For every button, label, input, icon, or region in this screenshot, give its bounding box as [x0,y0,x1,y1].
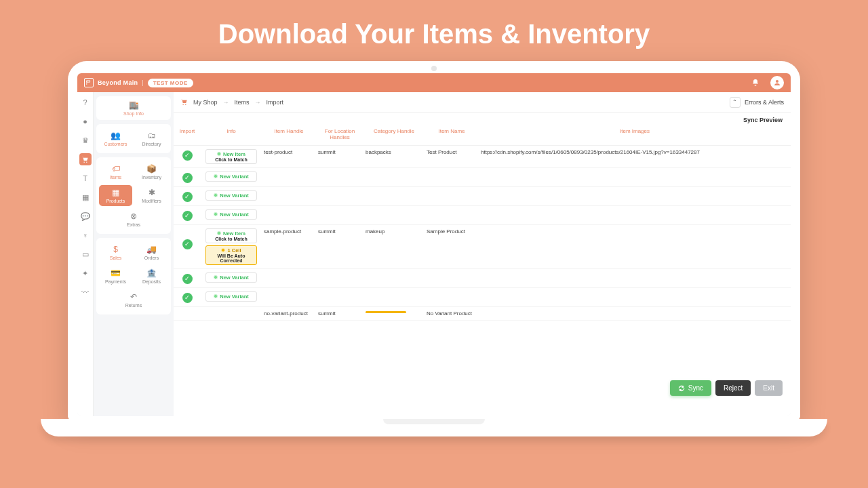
action-footer: Sync Reject Exit [670,380,783,396]
check-icon[interactable]: ✓ [182,173,193,183]
check-icon[interactable]: ✓ [182,239,193,249]
bank-icon: 🏦 [146,268,157,278]
new-item-pill[interactable]: New Item Click to Match [205,149,257,164]
subnav-sales[interactable]: $Sales [99,242,132,263]
subnav-payments[interactable]: 💳Payments [99,266,132,287]
rail-globe-icon[interactable]: ● [79,115,92,127]
crumb-import: Import [267,99,284,106]
refresh-icon [678,385,685,392]
cell-handle: test-product [262,149,316,155]
pill-tag: New Item [209,230,254,237]
new-variant-pill[interactable]: New Variant [205,190,257,201]
new-variant-pill[interactable]: New Variant [205,291,257,302]
dollar-icon: $ [113,245,118,254]
cell-name: Test Product [425,149,479,155]
subnav-modifiers[interactable]: ✱Modifiers [135,185,168,206]
subnav-label: Payments [105,279,126,284]
logo-icon [84,78,94,87]
new-variant-pill[interactable]: New Variant [205,171,257,182]
table-row: no-variant-product summit No Variant Pro… [174,307,791,321]
nav-rail: ? ● ♛ T ▦ 💬 ♀ ▭ ✦ 〰 [77,92,94,416]
main-panel: My Shop → Items → Import ⌃ Errors & Aler… [174,92,791,416]
rail-calendar-icon[interactable]: ▦ [79,191,92,203]
subnav-label: Returns [125,303,142,308]
box-icon: 📦 [146,164,157,174]
rail-analytics-icon[interactable]: 〰 [79,286,92,298]
cell-category: makeup [363,228,425,235]
rail-crown-icon[interactable]: ♛ [79,134,92,146]
check-icon[interactable]: ✓ [182,293,193,303]
svg-point-2 [86,161,87,162]
svg-point-3 [182,104,183,104]
bell-icon[interactable] [749,76,762,89]
sync-button[interactable]: Sync [670,380,711,396]
check-icon[interactable]: ✓ [182,192,193,202]
table-row: ✓ New Variant [174,187,791,206]
laptop-base [41,419,827,436]
subnav-orders[interactable]: 🚚Orders [135,242,168,263]
circle-x-icon: ⊗ [130,211,137,221]
pill-tag: 1 Cell [209,247,254,253]
svg-point-4 [185,104,186,104]
pill-tag: New Variant [209,274,254,281]
subnav-items[interactable]: 🏷Items [99,161,132,182]
card-icon: 💳 [111,268,121,278]
subnav-customers[interactable]: 👥Customers [99,128,132,149]
folder-icon: 🗂 [148,131,156,140]
subnav-extras[interactable]: ⊗Extras [99,209,168,230]
rail-cart-icon[interactable] [79,153,92,165]
tag-icon: 🏷 [112,164,120,174]
sync-preview-label: Sync Preview [174,113,791,125]
errors-alerts-label[interactable]: Errors & Alerts [745,99,784,106]
pill-tag: New Variant [209,293,254,300]
subnav-inventory[interactable]: 📦Inventory [135,161,168,182]
crumb-items[interactable]: Items [235,99,250,106]
rail-chat-icon[interactable]: 💬 [79,210,92,222]
rail-card-icon[interactable]: ▭ [79,248,92,260]
check-icon[interactable]: ✓ [182,150,193,161]
table-row: ✓ New Variant [174,269,791,288]
subnav-returns[interactable]: ↶Returns [99,289,168,310]
new-variant-pill[interactable]: New Variant [205,272,257,283]
subnav-label: Orders [144,256,159,260]
subnav-directory[interactable]: 🗂Directory [135,128,168,149]
subnav-label: Customers [104,142,127,146]
rail-megaphone-icon[interactable]: ✦ [79,267,92,279]
subnav-deposits[interactable]: 🏦Deposits [135,266,168,287]
camera-dot [431,66,437,71]
cell-image: https://cdn.shopify.com/s/files/1/0605/0… [479,149,791,155]
warning-bar [366,311,406,313]
collapse-toggle[interactable]: ⌃ [730,97,741,108]
sliders-icon: ✱ [149,188,155,197]
table-row: ✓ New Variant [174,288,791,307]
import-table: Import Info Item Handle For Location Han… [174,125,791,416]
subnav-products[interactable]: ▦Products [99,185,132,206]
cell-location: summit [316,149,363,155]
app-screen: Beyond Main | TEST MODE ? ● ♛ [77,73,791,416]
subnav-shop-info[interactable]: 🏬 Shop Info [96,96,171,120]
grid-icon: ▦ [112,188,119,197]
rail-help-icon[interactable]: ? [79,96,92,108]
new-item-pill[interactable]: New Item Click to Match [205,228,257,243]
avatar-icon[interactable] [770,76,784,89]
exit-button[interactable]: Exit [755,380,783,396]
brand-label: Beyond Main [98,79,138,86]
table-row: ✓ New Item Click to Match 1 Cell Will Be… [174,225,791,269]
pill-sub: Click to Match [209,237,254,241]
pill-tag: New Variant [209,174,254,180]
check-icon[interactable]: ✓ [182,211,193,221]
mode-badge: TEST MODE [148,79,193,87]
table-row: ✓ New Item Click to Match test-product s… [174,146,791,168]
reject-button[interactable]: Reject [715,380,751,396]
hero-title: Download Your Items & Inventory [0,0,868,49]
rail-text-icon[interactable]: T [79,172,92,184]
check-icon[interactable]: ✓ [182,274,193,284]
warning-pill[interactable]: 1 Cell Will Be Auto Corrected [205,245,257,265]
th-category: Category Handle [363,129,425,135]
rail-award-icon[interactable]: ♀ [79,229,92,241]
pill-sub: Will Be Auto Corrected [209,253,254,263]
crumb-root[interactable]: My Shop [193,99,218,106]
cell-name: Sample Product [425,228,479,235]
new-variant-pill[interactable]: New Variant [205,209,257,220]
cell-location: summit [316,228,363,235]
